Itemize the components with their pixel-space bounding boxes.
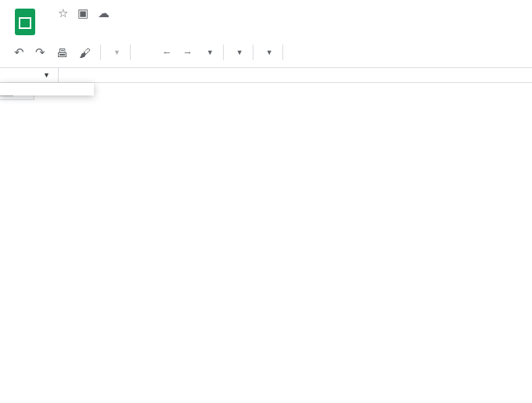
decrease-decimal-button[interactable]: ← (157, 44, 177, 61)
font-size-dropdown[interactable]: ▼ (258, 45, 278, 59)
currency-button[interactable] (135, 49, 145, 56)
fx-label (59, 72, 74, 78)
toolbar: ↶ ↷ 🖶 🖌 ▼ ← → ▼ ▼ ▼ (0, 38, 532, 68)
validation-dropdown[interactable] (0, 83, 94, 95)
strikethrough-button[interactable] (310, 49, 319, 56)
zoom-dropdown[interactable]: ▼ (106, 45, 125, 59)
paint-format-button[interactable]: 🖌 (74, 43, 95, 63)
sheets-logo[interactable] (9, 6, 41, 38)
star-icon[interactable]: ☆ (58, 6, 68, 20)
text-color-button[interactable] (321, 49, 330, 57)
increase-decimal-button[interactable]: → (178, 44, 197, 61)
percent-button[interactable] (146, 49, 156, 56)
redo-button[interactable]: ↷ (31, 42, 50, 63)
undo-button[interactable]: ↶ (9, 42, 29, 63)
bold-button[interactable] (288, 49, 297, 56)
more-formats-dropdown[interactable]: ▼ (199, 45, 218, 59)
font-dropdown[interactable]: ▼ (228, 45, 248, 59)
italic-button[interactable] (299, 49, 308, 56)
move-icon[interactable]: ▣ (77, 6, 88, 20)
print-button[interactable]: 🖶 (52, 43, 73, 63)
name-box[interactable]: ▼ (0, 68, 59, 82)
cloud-icon: ☁ (98, 6, 110, 20)
